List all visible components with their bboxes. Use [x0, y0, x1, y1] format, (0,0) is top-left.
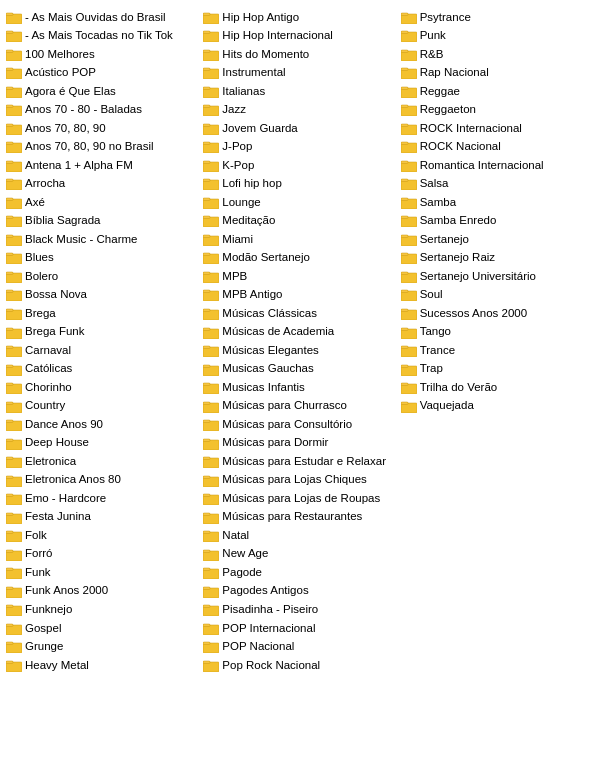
list-item[interactable]: Brega [6, 304, 199, 323]
list-item[interactable]: Musicas Gauchas [203, 360, 396, 379]
list-item[interactable]: Blues [6, 249, 199, 268]
list-item[interactable]: Eletronica Anos 80 [6, 471, 199, 490]
list-item[interactable]: K-Pop [203, 156, 396, 175]
list-item[interactable]: Acústico POP [6, 64, 199, 83]
list-item[interactable]: Tango [401, 323, 594, 342]
list-item[interactable]: Sertanejo Universitário [401, 267, 594, 286]
list-item[interactable]: Funknejo [6, 601, 199, 620]
list-item[interactable]: Músicas para Estudar e Relaxar [203, 452, 396, 471]
list-item[interactable]: Punk [401, 27, 594, 46]
list-item[interactable]: Católicas [6, 360, 199, 379]
list-item[interactable]: MPB [203, 267, 396, 286]
list-item[interactable]: Hits do Momento [203, 45, 396, 64]
list-item[interactable]: Axé [6, 193, 199, 212]
folder-icon [6, 251, 22, 264]
list-item[interactable]: Jovem Guarda [203, 119, 396, 138]
list-item[interactable]: Sucessos Anos 2000 [401, 304, 594, 323]
list-item[interactable]: Hip Hop Antigo [203, 8, 396, 27]
list-item[interactable]: Lounge [203, 193, 396, 212]
list-item[interactable]: Bíblia Sagrada [6, 212, 199, 231]
list-item[interactable]: Músicas para Restaurantes [203, 508, 396, 527]
list-item[interactable]: Anos 70, 80, 90 [6, 119, 199, 138]
list-item[interactable]: Músicas Clássicas [203, 304, 396, 323]
list-item[interactable]: Black Music - Charme [6, 230, 199, 249]
list-item[interactable]: Reggae [401, 82, 594, 101]
list-item[interactable]: - As Mais Tocadas no Tik Tok [6, 27, 199, 46]
list-item[interactable]: Jazz [203, 101, 396, 120]
list-item[interactable]: Carnaval [6, 341, 199, 360]
list-item[interactable]: Reggaeton [401, 101, 594, 120]
list-item[interactable]: ROCK Nacional [401, 138, 594, 157]
list-item[interactable]: Country [6, 397, 199, 416]
list-item[interactable]: POP Internacional [203, 619, 396, 638]
list-item[interactable]: Músicas Elegantes [203, 341, 396, 360]
folder-label: Músicas para Dormir [222, 435, 328, 451]
list-item[interactable]: Samba Enredo [401, 212, 594, 231]
list-item[interactable]: Rap Nacional [401, 64, 594, 83]
list-item[interactable]: R&B [401, 45, 594, 64]
svg-rect-244 [203, 235, 210, 238]
list-item[interactable]: Músicas de Academia [203, 323, 396, 342]
list-item[interactable]: Heavy Metal [6, 656, 199, 675]
list-item[interactable]: Trap [401, 360, 594, 379]
list-item[interactable]: POP Nacional [203, 638, 396, 657]
list-item[interactable]: - As Mais Ouvidas do Brasil [6, 8, 199, 27]
list-item[interactable]: Vaquejada [401, 397, 594, 416]
list-item[interactable]: Meditação [203, 212, 396, 231]
list-item[interactable]: Lofi hip hop [203, 175, 396, 194]
list-item[interactable]: Romantica Internacional [401, 156, 594, 175]
list-item[interactable]: Sertanejo Raiz [401, 249, 594, 268]
list-item[interactable]: Grunge [6, 638, 199, 657]
list-item[interactable]: Antena 1 + Alpha FM [6, 156, 199, 175]
list-item[interactable]: Músicas para Dormir [203, 434, 396, 453]
list-item[interactable]: Sertanejo [401, 230, 594, 249]
list-item[interactable]: Bolero [6, 267, 199, 286]
list-item[interactable]: Pagode [203, 563, 396, 582]
list-item[interactable]: Anos 70, 80, 90 no Brasil [6, 138, 199, 157]
folder-label: Deep House [25, 435, 89, 451]
list-item[interactable]: Hip Hop Internacional [203, 27, 396, 46]
list-item[interactable]: Pisadinha - Piseiro [203, 601, 396, 620]
list-item[interactable]: Musicas Infantis [203, 378, 396, 397]
svg-rect-459 [401, 365, 408, 368]
list-item[interactable]: MPB Antigo [203, 286, 396, 305]
list-item[interactable]: Gospel [6, 619, 199, 638]
list-item[interactable]: Trance [401, 341, 594, 360]
folder-label: Chorinho [25, 380, 72, 396]
list-item[interactable]: Italianas [203, 82, 396, 101]
list-item[interactable]: Anos 70 - 80 - Baladas [6, 101, 199, 120]
list-item[interactable]: Instrumental [203, 64, 396, 83]
list-item[interactable]: J-Pop [203, 138, 396, 157]
list-item[interactable]: Arrocha [6, 175, 199, 194]
list-item[interactable]: Trilha do Verão [401, 378, 594, 397]
list-item[interactable]: Pop Rock Nacional [203, 656, 396, 675]
list-item[interactable]: ROCK Internacional [401, 119, 594, 138]
list-item[interactable]: Funk [6, 563, 199, 582]
list-item[interactable]: Natal [203, 526, 396, 545]
list-item[interactable]: Dance Anos 90 [6, 415, 199, 434]
list-item[interactable]: New Age [203, 545, 396, 564]
list-item[interactable]: Folk [6, 526, 199, 545]
list-item[interactable]: Músicas para Lojas Chiques [203, 471, 396, 490]
list-item[interactable]: Samba [401, 193, 594, 212]
list-item[interactable]: Miami [203, 230, 396, 249]
list-item[interactable]: Forró [6, 545, 199, 564]
list-item[interactable]: Brega Funk [6, 323, 199, 342]
list-item[interactable]: Emo - Hardcore [6, 489, 199, 508]
list-item[interactable]: Chorinho [6, 378, 199, 397]
list-item[interactable]: Eletronica [6, 452, 199, 471]
list-item[interactable]: Pagodes Antigos [203, 582, 396, 601]
list-item[interactable]: Músicas para Consultório [203, 415, 396, 434]
list-item[interactable]: Deep House [6, 434, 199, 453]
list-item[interactable]: Músicas para Churrasco [203, 397, 396, 416]
list-item[interactable]: Músicas para Lojas de Roupas [203, 489, 396, 508]
list-item[interactable]: Funk Anos 2000 [6, 582, 199, 601]
list-item[interactable]: Bossa Nova [6, 286, 199, 305]
list-item[interactable]: Modão Sertanejo [203, 249, 396, 268]
list-item[interactable]: Salsa [401, 175, 594, 194]
list-item[interactable]: Psytrance [401, 8, 594, 27]
list-item[interactable]: Agora é Que Elas [6, 82, 199, 101]
list-item[interactable]: Festa Junina [6, 508, 199, 527]
list-item[interactable]: Soul [401, 286, 594, 305]
list-item[interactable]: 100 Melhores [6, 45, 199, 64]
